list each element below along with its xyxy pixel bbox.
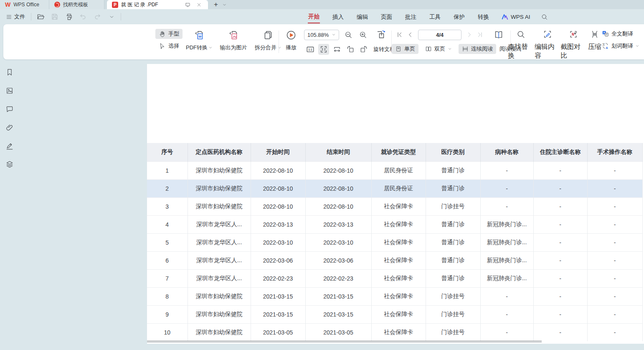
present-to-screen-icon[interactable] — [183, 2, 192, 8]
zoom-out-icon — [344, 31, 352, 39]
edit-content-button[interactable]: 编辑内容 — [535, 30, 560, 60]
table-cell: 深圳市妇幼保健院 — [188, 197, 251, 215]
table-cell: 4 — [147, 215, 188, 233]
menu-item-insert[interactable]: 插入 — [332, 11, 344, 23]
split-merge-button[interactable]: 拆分合并 — [251, 30, 285, 51]
table-cell: 深圳市妇幼保健院 — [188, 161, 251, 179]
wps-ai-button[interactable]: WPS AI — [502, 14, 530, 20]
continuous-reading-button[interactable]: 连续阅读 — [459, 44, 496, 54]
table-cell: 社会保障卡 — [371, 197, 426, 215]
new-tab-button[interactable]: + — [211, 0, 221, 9]
save-button[interactable] — [50, 12, 60, 22]
main-menu: 开始 插入 编辑 页面 批注 工具 保护 转换 WPS AI — [308, 9, 548, 24]
table-cell: 2021-03-05 — [251, 323, 305, 341]
export-as-image-button[interactable]: 输出为图片 — [216, 30, 251, 51]
tab-medical-record-pdf[interactable]: P 就 医 记 录 .PDF — [107, 0, 208, 9]
select-tool-button[interactable]: 选择 — [155, 41, 183, 51]
layers-panel-button[interactable] — [4, 159, 15, 170]
double-page-button[interactable]: 双页 — [422, 44, 455, 54]
comments-panel-button[interactable] — [4, 104, 15, 115]
print-button[interactable] — [64, 12, 74, 22]
table-cell: 深圳市龙华区人... — [188, 251, 251, 269]
table-cell: 新冠肺炎门诊... — [480, 215, 533, 233]
table-cell: 社会保障卡 — [371, 233, 426, 251]
zoom-in-button[interactable] — [357, 29, 368, 40]
edit-content-label: 编辑内容 — [535, 43, 555, 59]
menu-item-protect[interactable]: 保护 — [453, 11, 465, 23]
thumbnails-panel-button[interactable] — [4, 85, 15, 96]
close-tab-icon[interactable] — [195, 3, 203, 7]
menu-item-tools[interactable]: 工具 — [429, 11, 441, 23]
column-header: 住院主诊断名称 — [533, 143, 587, 161]
file-menu-button[interactable]: 文件 — [4, 12, 27, 22]
zoom-level-dropdown[interactable]: 105.88% — [304, 30, 339, 40]
menu-item-convert[interactable]: 转换 — [477, 11, 489, 23]
play-button[interactable]: 播放 — [281, 30, 302, 51]
menu-item-home[interactable]: 开始 — [308, 10, 320, 23]
screenshot-compare-label: 截图对比 — [560, 43, 581, 59]
screenshot-compare-icon — [569, 30, 578, 39]
page-number-field[interactable]: 4/4 — [418, 30, 461, 40]
table-cell: - — [587, 251, 642, 269]
menu-bar: 文件 开始 插入 编辑 页面 批注 工具 保护 转换 — [0, 9, 644, 24]
first-page-button[interactable] — [395, 30, 404, 40]
table-cell: - — [587, 215, 642, 233]
zoom-out-button[interactable] — [343, 29, 354, 40]
bookmarks-panel-button[interactable] — [4, 67, 15, 78]
column-header: 就诊凭证类型 — [371, 143, 426, 161]
full-text-translate-button[interactable]: A 字 全文翻译 — [601, 30, 639, 38]
rotate-pages-button[interactable] — [375, 29, 386, 40]
table-header-row: 序号 定点医药机构名称 开始时间 结束时间 就诊凭证类型 医疗类别 病种名称 住… — [147, 143, 642, 161]
quickbar-chevron-icon[interactable] — [106, 12, 117, 22]
fit-width-button[interactable] — [332, 44, 342, 55]
read-mode-button-icon-area[interactable] — [493, 29, 504, 40]
menu-search-icon[interactable] — [541, 13, 548, 20]
word-translate-button[interactable]: 文 A 划词翻译 — [601, 42, 639, 50]
signature-panel-button[interactable] — [4, 141, 15, 151]
rotate-left-button[interactable] — [345, 44, 356, 55]
table-cell: 新冠肺炎门诊... — [480, 269, 533, 287]
open-file-button[interactable] — [35, 12, 46, 22]
previous-page-button[interactable] — [406, 30, 415, 40]
zoom-value: 105.88% — [307, 32, 329, 38]
menu-item-edit[interactable]: 编辑 — [356, 11, 368, 23]
table-cell: - — [533, 161, 587, 179]
one-to-one-icon: 1:1 — [306, 45, 315, 54]
menu-item-page[interactable]: 页面 — [380, 11, 393, 23]
pdf-convert-button[interactable]: W PDF转换 — [183, 30, 216, 51]
rotate-right-button[interactable] — [358, 44, 369, 55]
table-cell: - — [533, 305, 587, 323]
tab-title: 就 医 记 录 .PDF — [121, 1, 158, 8]
chevron-down-icon — [635, 44, 639, 48]
table-cell: - — [587, 269, 642, 287]
undo-button[interactable] — [78, 12, 88, 22]
play-label: 播放 — [286, 44, 297, 51]
find-replace-button[interactable]: 查找替换 — [508, 30, 534, 60]
redo-button[interactable] — [92, 12, 102, 22]
hand-tool-button[interactable]: 手型 — [155, 29, 183, 39]
table-cell: - — [480, 179, 533, 197]
play-icon — [286, 30, 297, 41]
table-cell: 门诊挂号 — [426, 287, 480, 305]
table-cell: 2022-03-06 — [305, 251, 371, 269]
last-page-button[interactable] — [475, 30, 484, 40]
table-cell: - — [480, 287, 533, 305]
next-page-button[interactable] — [465, 30, 474, 40]
full-translate-label: 全文翻译 — [611, 30, 633, 38]
actual-size-button[interactable]: 1:1 — [305, 44, 316, 55]
table-cell: - — [587, 179, 642, 197]
paperclip-icon — [5, 123, 14, 132]
attachments-panel-button[interactable] — [4, 122, 15, 133]
word-translate-icon: 文 A — [601, 42, 609, 50]
screenshot-compare-button[interactable]: 截图对比 — [560, 30, 586, 60]
tab-wps-office[interactable]: W WPS Office — [0, 0, 49, 9]
chevron-down-icon — [448, 47, 452, 51]
tab-list-chevron-icon[interactable] — [222, 3, 227, 7]
single-page-button[interactable]: 单页 — [392, 44, 418, 54]
tab-docer-templates[interactable]: 找稻壳模板 — [49, 0, 104, 9]
menu-item-comment[interactable]: 批注 — [405, 11, 417, 23]
quick-access-bar: 文件 — [4, 9, 121, 24]
table-cell: 深圳市龙华区人... — [188, 215, 251, 233]
fit-page-button[interactable] — [318, 44, 329, 55]
svg-text:A: A — [606, 46, 608, 50]
